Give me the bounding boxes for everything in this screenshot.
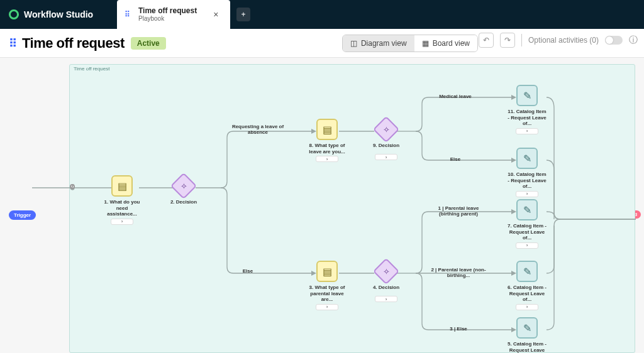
tab-subtitle: Playbook [138, 16, 197, 22]
node-8-question[interactable]: ▤ 8. What type of leave are you... › [306, 119, 348, 162]
node-7-catalog[interactable]: ✎ 7. Catalog Item - Request Leave of... … [506, 199, 548, 249]
canvas[interactable]: Time off request [69, 64, 635, 353]
expand-indicator[interactable]: › [316, 156, 338, 162]
view-switch: ◫ Diagram view ▦ Board view [342, 35, 478, 52]
expand-indicator[interactable]: › [516, 242, 538, 249]
edit-icon: ✎ [523, 322, 531, 334]
playbook-icon: ⠿ [125, 10, 133, 19]
branch-parental-1: 1 | Parental leave (birthing parent) [430, 205, 487, 217]
node-10-catalog[interactable]: ✎ 10. Catalog Item - Request Leave of...… [506, 148, 548, 197]
node-3-question[interactable]: ▤ 3. What type of parental leave are... … [306, 261, 348, 310]
flow-icon: ⠿ [9, 36, 16, 50]
tab-title: Time off request [138, 7, 197, 14]
trigger-node[interactable]: Trigger [9, 210, 36, 220]
board-icon: ▦ [422, 39, 429, 48]
page-title: Time off request [22, 35, 125, 52]
expand-indicator[interactable]: › [316, 304, 338, 310]
form-icon: ▤ [118, 180, 127, 192]
connectors [70, 65, 636, 353]
tab-active[interactable]: ⠿ Time off request Playbook × [117, 0, 230, 29]
node-9-decision[interactable]: ✧ 9. Decision › [365, 120, 407, 160]
edit-icon: ✎ [523, 90, 531, 102]
optional-activities-toggle[interactable] [605, 36, 623, 45]
close-tab-icon[interactable]: × [213, 9, 218, 19]
topbar: Workflow Studio ⠿ Time off request Playb… [0, 0, 644, 29]
branch-parental-3: 3 | Else [430, 326, 487, 332]
expand-indicator[interactable]: › [516, 191, 538, 197]
form-icon: ▤ [323, 124, 332, 136]
branch-requesting: Requesting a leave of absence [230, 124, 286, 135]
branch-medical: Medical leave [430, 94, 480, 99]
branch-parental-2: 2 | Parental leave (non-birthing... [430, 267, 487, 278]
view-diagram-button[interactable]: ◫ Diagram view [343, 35, 414, 52]
undo-button[interactable]: ↶ [479, 33, 494, 48]
form-icon: ▤ [323, 266, 332, 278]
start-junction [70, 184, 75, 189]
diagram-icon: ◫ [350, 39, 357, 48]
optional-activities-label: Optional activities (0) [528, 36, 599, 45]
node-11-catalog[interactable]: ✎ 11. Catalog Item - Request Leave of...… [506, 85, 548, 134]
edit-icon: ✎ [523, 266, 531, 278]
split-icon: ✧ [383, 267, 390, 276]
redo-button[interactable]: ↷ [500, 33, 515, 48]
brand-logo-icon [9, 9, 19, 19]
view-board-button[interactable]: ▦ Board view [414, 35, 477, 52]
canvas-area[interactable]: Trigger End Time off request [0, 58, 644, 353]
split-icon: ✧ [383, 125, 390, 134]
expand-indicator[interactable]: › [111, 219, 133, 225]
node-5-catalog[interactable]: ✎ 5. Catalog Item - Request Leave of... … [506, 317, 548, 353]
expand-indicator[interactable]: › [516, 128, 538, 134]
node-1-question[interactable]: ▤ 1. What do you need assistance... › [101, 175, 143, 225]
edit-icon: ✎ [523, 153, 531, 165]
new-tab-button[interactable]: + [236, 8, 250, 21]
node-4-decision[interactable]: ✧ 4. Decision › [365, 262, 407, 302]
brand: Workflow Studio [9, 9, 109, 19]
expand-indicator[interactable]: › [375, 296, 397, 302]
status-badge: Active [131, 37, 166, 50]
info-icon[interactable]: ⓘ [629, 35, 638, 46]
split-icon: ✧ [180, 182, 187, 191]
node-2-decision[interactable]: ✧ 2. Decision [163, 176, 204, 209]
edit-icon: ✎ [523, 204, 531, 216]
branch-else-top: Else [232, 268, 264, 274]
expand-indicator[interactable]: › [375, 154, 397, 160]
node-6-catalog[interactable]: ✎ 6. Catalog Item - Request Leave of... … [506, 261, 548, 310]
header-tools: ↶ ↷ Optional activities (0) ⓘ [479, 33, 638, 48]
branch-else-medical: Else [430, 156, 480, 162]
brand-name: Workflow Studio [24, 9, 93, 19]
expand-indicator[interactable]: › [516, 304, 538, 310]
